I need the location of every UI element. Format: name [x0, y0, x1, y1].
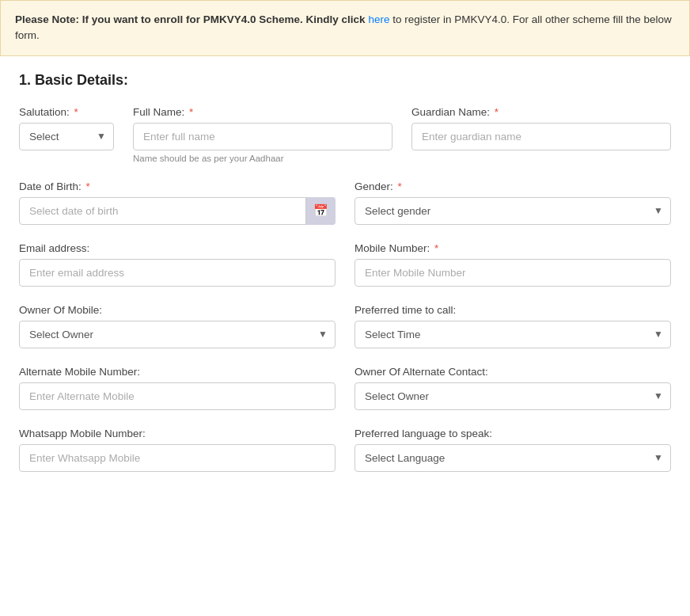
- email-group: Email address:: [19, 242, 336, 287]
- row-owner-time: Owner Of Mobile: Select Owner Self Fathe…: [19, 304, 671, 348]
- notice-bar: Please Note: If you want to enroll for P…: [0, 0, 690, 56]
- pref-time-select[interactable]: Select Time Morning (9AM-12PM) Afternoon…: [354, 321, 671, 348]
- alt-mobile-label: Alternate Mobile Number:: [19, 366, 336, 378]
- salutation-select-wrapper: Select Mr. Mrs. Ms. Dr. ▼: [19, 123, 114, 150]
- full-name-input[interactable]: [133, 123, 392, 150]
- salutation-label: Salutation: *: [19, 106, 114, 118]
- section-title: 1. Basic Details:: [19, 72, 671, 89]
- guardian-name-input[interactable]: [411, 123, 671, 150]
- mobile-required: *: [434, 242, 438, 254]
- gender-select[interactable]: Select gender Male Female Other: [354, 197, 671, 225]
- row-basic-names: Salutation: * Select Mr. Mrs. Ms. Dr. ▼ …: [19, 106, 671, 163]
- pref-lang-select[interactable]: Select Language English Hindi Tamil Telu…: [354, 444, 671, 472]
- full-name-required: *: [189, 106, 193, 118]
- dob-label: Date of Birth: *: [19, 181, 336, 192]
- dob-input[interactable]: [19, 197, 336, 225]
- dob-group: Date of Birth: * 📅: [19, 181, 336, 225]
- gender-label: Gender: *: [354, 181, 671, 192]
- pmkvy-link[interactable]: here: [368, 13, 389, 25]
- pref-lang-label: Preferred language to speak:: [354, 428, 671, 439]
- calendar-icon[interactable]: 📅: [305, 197, 336, 225]
- whatsapp-group: Whatsapp Mobile Number:: [19, 428, 336, 472]
- owner-mobile-group: Owner Of Mobile: Select Owner Self Fathe…: [19, 304, 336, 348]
- guardian-name-label: Guardian Name: *: [411, 106, 671, 118]
- alt-mobile-input[interactable]: [19, 382, 336, 410]
- pref-time-label: Preferred time to call:: [354, 304, 671, 316]
- owner-alt-group: Owner Of Alternate Contact: Select Owner…: [354, 366, 671, 410]
- dob-input-wrapper: 📅: [19, 197, 336, 225]
- owner-mobile-label: Owner Of Mobile:: [19, 304, 336, 316]
- row-email-mobile: Email address: Mobile Number: *: [19, 242, 671, 287]
- full-name-label: Full Name: *: [133, 106, 392, 118]
- whatsapp-label: Whatsapp Mobile Number:: [19, 428, 336, 439]
- row-alt-mobile: Alternate Mobile Number: Owner Of Altern…: [19, 366, 671, 410]
- row-whatsapp-lang: Whatsapp Mobile Number: Preferred langua…: [19, 428, 671, 472]
- gender-select-wrapper: Select gender Male Female Other ▼: [354, 197, 671, 225]
- salutation-select[interactable]: Select Mr. Mrs. Ms. Dr.: [19, 123, 114, 150]
- gender-required: *: [398, 181, 402, 192]
- pref-lang-group: Preferred language to speak: Select Lang…: [354, 428, 671, 472]
- salutation-group: Salutation: * Select Mr. Mrs. Ms. Dr. ▼: [19, 106, 114, 150]
- guardian-name-required: *: [495, 106, 499, 118]
- dob-required: *: [86, 181, 90, 192]
- mobile-group: Mobile Number: *: [354, 242, 671, 287]
- mobile-label: Mobile Number: *: [354, 242, 671, 254]
- salutation-required: *: [74, 106, 78, 118]
- pref-time-select-wrapper: Select Time Morning (9AM-12PM) Afternoon…: [354, 321, 671, 348]
- alt-mobile-group: Alternate Mobile Number:: [19, 366, 336, 410]
- pref-lang-select-wrapper: Select Language English Hindi Tamil Telu…: [354, 444, 671, 472]
- full-name-hint: Name should be as per your Aadhaar: [133, 154, 392, 163]
- mobile-input[interactable]: [354, 259, 671, 287]
- owner-alt-select[interactable]: Select Owner Self Father Mother Spouse O…: [354, 382, 671, 410]
- full-name-group: Full Name: * Name should be as per your …: [133, 106, 392, 163]
- owner-alt-label: Owner Of Alternate Contact:: [354, 366, 671, 378]
- row-dob-gender: Date of Birth: * 📅 Gender: * Select gend…: [19, 181, 671, 225]
- gender-group: Gender: * Select gender Male Female Othe…: [354, 181, 671, 225]
- owner-mobile-select-wrapper: Select Owner Self Father Mother Spouse O…: [19, 321, 336, 348]
- owner-alt-select-wrapper: Select Owner Self Father Mother Spouse O…: [354, 382, 671, 410]
- email-input[interactable]: [19, 259, 336, 287]
- owner-mobile-select[interactable]: Select Owner Self Father Mother Spouse O…: [19, 321, 336, 348]
- pref-time-group: Preferred time to call: Select Time Morn…: [354, 304, 671, 348]
- whatsapp-input[interactable]: [19, 444, 336, 472]
- guardian-name-group: Guardian Name: *: [411, 106, 671, 150]
- notice-text: Please Note: If you want to enroll for P…: [15, 13, 672, 41]
- email-label: Email address:: [19, 242, 336, 254]
